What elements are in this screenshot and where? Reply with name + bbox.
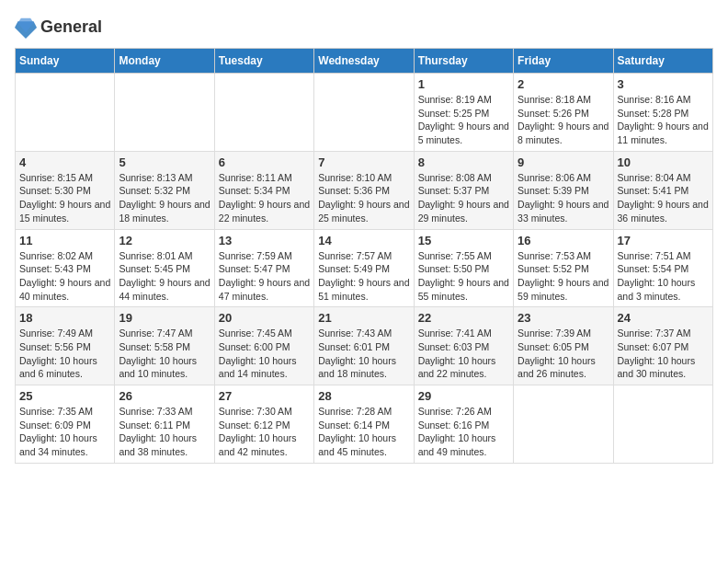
calendar-cell: 11Sunrise: 8:02 AM Sunset: 5:43 PM Dayli… bbox=[16, 229, 115, 307]
weekday-header: Sunday bbox=[16, 49, 115, 74]
calendar-header-row: SundayMondayTuesdayWednesdayThursdayFrid… bbox=[16, 49, 713, 74]
day-number: 22 bbox=[418, 311, 509, 325]
calendar-cell: 1Sunrise: 8:19 AM Sunset: 5:25 PM Daylig… bbox=[414, 74, 513, 152]
day-info: Sunrise: 8:10 AM Sunset: 5:36 PM Dayligh… bbox=[318, 171, 409, 225]
day-info: Sunrise: 8:15 AM Sunset: 5:30 PM Dayligh… bbox=[19, 171, 110, 225]
calendar-cell: 27Sunrise: 7:30 AM Sunset: 6:12 PM Dayli… bbox=[214, 385, 313, 464]
calendar-cell: 4Sunrise: 8:15 AM Sunset: 5:30 PM Daylig… bbox=[16, 151, 115, 229]
calendar-week-row: 11Sunrise: 8:02 AM Sunset: 5:43 PM Dayli… bbox=[16, 229, 713, 307]
calendar-cell: 22Sunrise: 7:41 AM Sunset: 6:03 PM Dayli… bbox=[414, 307, 513, 385]
calendar-cell: 13Sunrise: 7:59 AM Sunset: 5:47 PM Dayli… bbox=[214, 229, 313, 307]
day-info: Sunrise: 7:47 AM Sunset: 5:58 PM Dayligh… bbox=[119, 327, 210, 381]
weekday-header: Tuesday bbox=[214, 49, 313, 74]
day-number: 15 bbox=[418, 234, 509, 247]
day-info: Sunrise: 7:28 AM Sunset: 6:14 PM Dayligh… bbox=[318, 405, 409, 459]
day-info: Sunrise: 7:35 AM Sunset: 6:09 PM Dayligh… bbox=[19, 405, 110, 459]
calendar-cell: 3Sunrise: 8:16 AM Sunset: 5:28 PM Daylig… bbox=[613, 74, 712, 152]
day-number: 19 bbox=[119, 311, 210, 325]
calendar-cell: 23Sunrise: 7:39 AM Sunset: 6:05 PM Dayli… bbox=[514, 307, 613, 385]
calendar-week-row: 25Sunrise: 7:35 AM Sunset: 6:09 PM Dayli… bbox=[16, 385, 713, 464]
day-info: Sunrise: 7:26 AM Sunset: 6:16 PM Dayligh… bbox=[418, 405, 509, 459]
calendar-week-row: 1Sunrise: 8:19 AM Sunset: 5:25 PM Daylig… bbox=[16, 74, 713, 152]
weekday-header: Friday bbox=[514, 49, 613, 74]
day-number: 28 bbox=[318, 389, 409, 403]
calendar-cell: 17Sunrise: 7:51 AM Sunset: 5:54 PM Dayli… bbox=[613, 229, 712, 307]
day-info: Sunrise: 8:01 AM Sunset: 5:45 PM Dayligh… bbox=[119, 249, 210, 304]
day-info: Sunrise: 7:49 AM Sunset: 5:56 PM Dayligh… bbox=[19, 327, 110, 381]
calendar-cell: 26Sunrise: 7:33 AM Sunset: 6:11 PM Dayli… bbox=[115, 385, 214, 464]
day-number: 6 bbox=[219, 155, 310, 169]
day-number: 24 bbox=[618, 311, 709, 325]
day-info: Sunrise: 8:04 AM Sunset: 5:41 PM Dayligh… bbox=[618, 171, 709, 225]
day-info: Sunrise: 7:39 AM Sunset: 6:05 PM Dayligh… bbox=[518, 327, 609, 381]
day-number: 12 bbox=[119, 234, 210, 247]
calendar-cell: 8Sunrise: 8:08 AM Sunset: 5:37 PM Daylig… bbox=[414, 151, 513, 229]
day-number: 25 bbox=[19, 389, 110, 403]
day-number: 3 bbox=[618, 77, 709, 91]
day-number: 17 bbox=[618, 234, 709, 247]
day-number: 20 bbox=[219, 311, 310, 325]
day-number: 5 bbox=[119, 155, 210, 169]
calendar-cell: 9Sunrise: 8:06 AM Sunset: 5:39 PM Daylig… bbox=[514, 151, 613, 229]
calendar-cell: 6Sunrise: 8:11 AM Sunset: 5:34 PM Daylig… bbox=[214, 151, 313, 229]
day-number: 11 bbox=[19, 234, 110, 247]
calendar-cell bbox=[613, 385, 712, 464]
day-number: 2 bbox=[518, 77, 609, 91]
day-number: 16 bbox=[518, 234, 609, 247]
header: General bbox=[15, 15, 713, 40]
day-number: 13 bbox=[219, 234, 310, 247]
calendar-week-row: 4Sunrise: 8:15 AM Sunset: 5:30 PM Daylig… bbox=[16, 151, 713, 229]
day-info: Sunrise: 7:30 AM Sunset: 6:12 PM Dayligh… bbox=[219, 405, 310, 459]
logo-icon bbox=[15, 15, 37, 40]
calendar-cell bbox=[16, 74, 115, 152]
calendar-cell: 16Sunrise: 7:53 AM Sunset: 5:52 PM Dayli… bbox=[514, 229, 613, 307]
calendar-cell: 28Sunrise: 7:28 AM Sunset: 6:14 PM Dayli… bbox=[314, 385, 414, 464]
day-info: Sunrise: 8:13 AM Sunset: 5:32 PM Dayligh… bbox=[119, 171, 210, 225]
calendar-cell: 24Sunrise: 7:37 AM Sunset: 6:07 PM Dayli… bbox=[613, 307, 712, 385]
calendar-cell: 10Sunrise: 8:04 AM Sunset: 5:41 PM Dayli… bbox=[613, 151, 712, 229]
day-info: Sunrise: 8:19 AM Sunset: 5:25 PM Dayligh… bbox=[418, 93, 509, 147]
day-info: Sunrise: 8:06 AM Sunset: 5:39 PM Dayligh… bbox=[518, 171, 609, 225]
day-number: 21 bbox=[318, 311, 409, 325]
day-info: Sunrise: 8:11 AM Sunset: 5:34 PM Dayligh… bbox=[219, 171, 310, 225]
logo: General bbox=[15, 15, 102, 40]
calendar-cell: 18Sunrise: 7:49 AM Sunset: 5:56 PM Dayli… bbox=[16, 307, 115, 385]
day-number: 23 bbox=[518, 311, 609, 325]
day-number: 8 bbox=[418, 155, 509, 169]
day-info: Sunrise: 7:51 AM Sunset: 5:54 PM Dayligh… bbox=[618, 249, 709, 304]
day-info: Sunrise: 7:59 AM Sunset: 5:47 PM Dayligh… bbox=[219, 249, 310, 304]
calendar-cell: 20Sunrise: 7:45 AM Sunset: 6:00 PM Dayli… bbox=[214, 307, 313, 385]
day-info: Sunrise: 7:55 AM Sunset: 5:50 PM Dayligh… bbox=[418, 249, 509, 304]
day-info: Sunrise: 8:18 AM Sunset: 5:26 PM Dayligh… bbox=[518, 93, 609, 147]
day-info: Sunrise: 7:41 AM Sunset: 6:03 PM Dayligh… bbox=[418, 327, 509, 381]
calendar-cell: 25Sunrise: 7:35 AM Sunset: 6:09 PM Dayli… bbox=[16, 385, 115, 464]
day-number: 27 bbox=[219, 389, 310, 403]
day-info: Sunrise: 7:43 AM Sunset: 6:01 PM Dayligh… bbox=[318, 327, 409, 381]
weekday-header: Saturday bbox=[613, 49, 712, 74]
calendar-cell bbox=[115, 74, 214, 152]
calendar-cell: 29Sunrise: 7:26 AM Sunset: 6:16 PM Dayli… bbox=[414, 385, 513, 464]
calendar-cell: 12Sunrise: 8:01 AM Sunset: 5:45 PM Dayli… bbox=[115, 229, 214, 307]
day-number: 4 bbox=[19, 155, 110, 169]
calendar-cell: 5Sunrise: 8:13 AM Sunset: 5:32 PM Daylig… bbox=[115, 151, 214, 229]
day-number: 26 bbox=[119, 389, 210, 403]
calendar-cell bbox=[514, 385, 613, 464]
weekday-header: Thursday bbox=[414, 49, 513, 74]
day-number: 18 bbox=[19, 311, 110, 325]
day-info: Sunrise: 8:08 AM Sunset: 5:37 PM Dayligh… bbox=[418, 171, 509, 225]
day-info: Sunrise: 7:45 AM Sunset: 6:00 PM Dayligh… bbox=[219, 327, 310, 381]
weekday-header: Wednesday bbox=[314, 49, 414, 74]
calendar-cell: 7Sunrise: 8:10 AM Sunset: 5:36 PM Daylig… bbox=[314, 151, 414, 229]
day-number: 1 bbox=[418, 77, 509, 91]
day-info: Sunrise: 7:57 AM Sunset: 5:49 PM Dayligh… bbox=[318, 249, 409, 304]
day-number: 14 bbox=[318, 234, 409, 247]
day-number: 9 bbox=[518, 155, 609, 169]
calendar-cell: 2Sunrise: 8:18 AM Sunset: 5:26 PM Daylig… bbox=[514, 74, 613, 152]
day-number: 10 bbox=[618, 155, 709, 169]
calendar-cell: 15Sunrise: 7:55 AM Sunset: 5:50 PM Dayli… bbox=[414, 229, 513, 307]
day-number: 29 bbox=[418, 389, 509, 403]
day-number: 7 bbox=[318, 155, 409, 169]
day-info: Sunrise: 7:33 AM Sunset: 6:11 PM Dayligh… bbox=[119, 405, 210, 459]
calendar: SundayMondayTuesdayWednesdayThursdayFrid… bbox=[15, 48, 713, 464]
calendar-cell: 19Sunrise: 7:47 AM Sunset: 5:58 PM Dayli… bbox=[115, 307, 214, 385]
